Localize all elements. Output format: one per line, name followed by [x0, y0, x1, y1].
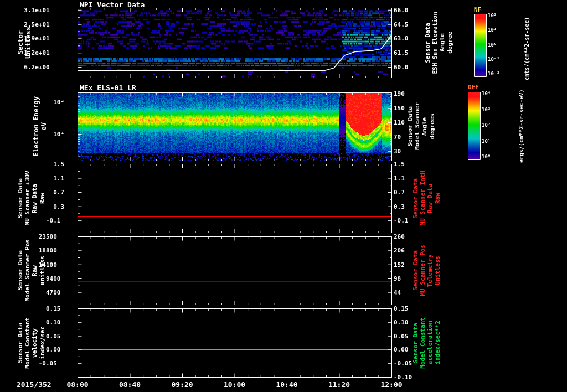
axis-label-line: Sensor Data — [17, 323, 24, 363]
colorbar-unit-nf: cnts/(cm**2-sr-sec) — [524, 11, 530, 80]
colorbar-tick-label: 10⁰ — [482, 154, 491, 159]
left-axis-label: SectorUnitless — [17, 8, 33, 78]
axis-label-line: acceleration — [426, 321, 434, 364]
y-tick-label: 66.0 — [394, 7, 409, 13]
y-tick-label: 1.1 — [394, 175, 405, 181]
axis-label-line: index/sec**2 — [434, 321, 441, 364]
y-tick-label: 10² — [53, 99, 64, 105]
y-tick-label: 1.5 — [394, 161, 405, 167]
axis-label-line: unitless — [39, 256, 46, 285]
y-tick-label: 0.7 — [53, 189, 64, 195]
colorbar-title-nf: NF — [474, 6, 481, 13]
left-axis-label: Sensor DataModel Scanner PosRawunitless — [17, 236, 46, 305]
y-tick-label: 1.5 — [53, 161, 64, 167]
y-tick-label: 64.5 — [394, 21, 409, 27]
axis-label-line: Sensor Data — [424, 23, 431, 63]
axis-label-line: Model Constant — [419, 317, 426, 369]
axis-label-line: Angle — [439, 33, 446, 51]
y-tick-label: 0.05 — [394, 333, 409, 339]
axis-label-line: index/sec — [39, 326, 46, 359]
y-tick-label: 98 — [394, 276, 401, 282]
axis-label-line: Raw — [39, 193, 46, 204]
axis-label-line: Angle — [421, 117, 428, 136]
colorbar-tick-label: 10⁰ — [488, 42, 497, 48]
axis-label-line: Model Scanner — [414, 102, 421, 150]
axis-label-line: Sensor Data — [412, 323, 419, 363]
axis-label-line: degree — [446, 32, 453, 54]
y-tick-label: 0.15 — [394, 306, 409, 312]
colorbar-unit-def: ergs/(cm**2-sr-sec-eV) — [518, 87, 524, 163]
y-tick-label: -0.05 — [394, 360, 412, 367]
y-tick-label: 152 — [394, 261, 405, 267]
y-tick-label: 63.0 — [394, 35, 409, 42]
y-tick-label: 110 — [394, 120, 405, 126]
axis-label-line: Sensor Data — [412, 250, 419, 291]
science-plot-figure: NPI Vector Data MEx ELS-01 LR NF DEF cnt… — [0, 0, 567, 392]
colorbar-tick-label: 10¹ — [488, 27, 497, 33]
axis-label-line: Unitless — [434, 256, 441, 285]
y-tick-label: -0.1 — [394, 218, 409, 224]
x-tick-label: 10:40 — [276, 380, 297, 389]
x-tick-label: 12:00 — [380, 380, 402, 389]
colorbar-tick-label: 10² — [488, 13, 497, 18]
right-axis-label: Sensor DataMU Scanner PosTelemetryUnitle… — [412, 236, 441, 305]
axis-label-line: velocity — [31, 328, 38, 358]
axis-label-line: Raw Data — [426, 184, 434, 213]
y-tick-label: 0.00 — [394, 347, 409, 353]
panel-title-els: MEx ELS-01 LR — [80, 84, 136, 92]
y-tick-label: 206 — [394, 247, 405, 254]
y-tick-label: 60.0 — [394, 64, 409, 70]
left-axis-label: Sensor DataModel Constantvelocityindex/s… — [17, 308, 46, 377]
x-tick-label: 08:00 — [66, 380, 88, 389]
colorbar-tick-label: 10⁻² — [488, 71, 500, 76]
y-tick-label: 30 — [394, 148, 401, 154]
left-axis-label: Electron EnergyeV — [32, 92, 48, 161]
y-tick-label: 10¹ — [53, 131, 64, 137]
y-tick-label: 70 — [394, 133, 401, 140]
axis-label-line: MU Scanner +30V — [24, 171, 31, 225]
axis-label-line: Sensor Data — [17, 178, 24, 219]
axis-label-line: Sensor Data — [17, 250, 24, 291]
colorbar-tick-label: 10¹ — [482, 138, 491, 144]
y-tick-label: 0.05 — [46, 333, 61, 339]
axis-label-line: Raw — [31, 265, 38, 276]
axis-label-line: Model Constant — [24, 317, 31, 369]
axis-label-line: Electron Energy — [32, 96, 40, 156]
y-tick-label: 260 — [394, 234, 405, 240]
x-tick-label: 09:20 — [171, 380, 193, 389]
axis-label-line: ESH Sun Elevation — [431, 12, 439, 74]
axis-label-line: degrees — [429, 114, 436, 139]
y-tick-label: 61.5 — [394, 50, 409, 56]
y-tick-label: 1.1 — [53, 175, 64, 181]
right-axis-label: Sensor DataMU Scanner IntHRaw DataRaw — [412, 164, 441, 233]
y-tick-label: 150 — [394, 105, 405, 111]
right-axis-label: Sensor DataModel ScannerAngledegrees — [406, 92, 436, 161]
plots-canvas — [0, 0, 567, 392]
x-tick-label: 08:40 — [119, 380, 141, 389]
axis-label-line: Sector — [17, 30, 24, 54]
axis-label-line: Telemetry — [426, 254, 434, 287]
axis-label-line: eV — [40, 122, 48, 130]
y-tick-label: 4700 — [46, 290, 61, 296]
y-tick-label: 0.7 — [394, 189, 405, 195]
axis-label-line: Unitless — [24, 27, 32, 59]
axis-label-line: MU Scanner IntH — [419, 171, 426, 225]
y-tick-label: 0.3 — [53, 203, 64, 209]
y-tick-label: -0.1 — [46, 218, 61, 224]
colorbar-tick-label: 10² — [482, 122, 491, 128]
axis-label-line: Model Scanner Pos — [24, 239, 31, 302]
y-tick-label: 0.10 — [394, 319, 409, 325]
y-tick-label: 0.10 — [46, 319, 61, 325]
colorbar-tick-label: 10³ — [482, 107, 491, 112]
y-tick-label: -0.10 — [394, 374, 412, 380]
colorbar-tick-label: 10⁴ — [482, 91, 491, 96]
axis-label-line: Sensor Data — [412, 178, 419, 219]
colorbar-tick-label: 10⁻¹ — [488, 56, 500, 62]
left-axis-label: Sensor DataMU Scanner +30VRaw DataRaw — [17, 164, 46, 233]
y-tick-label: 0.3 — [394, 203, 405, 209]
date-label: 2015/352 — [17, 380, 51, 389]
axis-label-line: Sensor Data — [406, 106, 414, 147]
axis-label-line: MU Scanner Pos — [419, 245, 426, 296]
right-axis-label: Sensor DataESH Sun ElevationAngledegree — [424, 8, 453, 78]
x-tick-label: 10:00 — [224, 380, 245, 389]
